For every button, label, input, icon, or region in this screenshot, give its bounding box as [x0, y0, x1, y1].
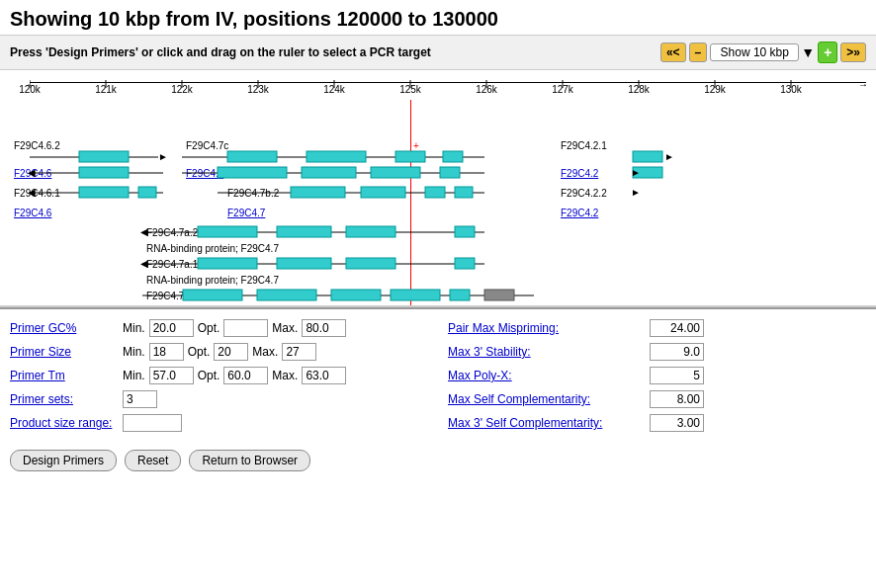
- svg-rect-44: [291, 187, 345, 198]
- svg-rect-47: [455, 187, 473, 198]
- product-size-link[interactable]: Product size range:: [10, 416, 119, 430]
- primer-size-opt-label: Opt.: [188, 345, 211, 359]
- primer-sets-link[interactable]: Primer sets:: [10, 392, 119, 406]
- primer-tm-min-input[interactable]: [149, 367, 194, 384]
- primer-tm-link[interactable]: Primer Tm: [10, 369, 119, 382]
- svg-rect-56: [198, 226, 257, 237]
- svg-rect-76: [484, 290, 514, 300]
- primer-gc-opt-label: Opt.: [198, 321, 220, 335]
- primer-tm-max-input[interactable]: [302, 367, 346, 384]
- max-self-comp-row: Max Self Complementarity:: [448, 390, 866, 408]
- primer-tm-min-label: Min.: [123, 369, 145, 382]
- toolbar-instruction: Press 'Design Primers' or click and drag…: [10, 45, 431, 59]
- svg-text:►: ►: [631, 167, 641, 178]
- primer-sets-input[interactable]: [123, 390, 157, 408]
- pair-max-mispriming-row: Pair Max Mispriming:: [448, 319, 866, 337]
- svg-rect-40: [79, 187, 129, 198]
- product-size-input[interactable]: [123, 414, 182, 432]
- svg-text:RNA-binding protein; F29C4.7: RNA-binding protein; F29C4.7: [146, 243, 279, 254]
- page-title: Showing 10 kbp from IV, positions 120000…: [0, 0, 876, 35]
- primer-gc-min-input[interactable]: [149, 319, 194, 337]
- primer-gc-row: Primer GC% Min. Opt. Max.: [10, 319, 428, 337]
- primer-gc-max-label: Max.: [272, 321, 298, 335]
- primer-size-max-input[interactable]: [282, 343, 316, 361]
- design-primers-button[interactable]: Design Primers: [10, 450, 117, 471]
- ruler: ← → 120k 121k 122k 123k 124k 125k 126k 1…: [0, 70, 876, 100]
- svg-rect-33: [440, 167, 460, 178]
- svg-rect-73: [331, 290, 381, 300]
- show-kbp-control: ▼: [710, 43, 815, 61]
- product-size-row: Product size range:: [10, 414, 428, 432]
- reset-button[interactable]: Reset: [125, 450, 181, 471]
- svg-rect-71: [183, 290, 242, 300]
- max-self-comp-input[interactable]: [650, 390, 704, 408]
- svg-rect-66: [346, 258, 395, 269]
- return-to-browser-button[interactable]: Return to Browser: [189, 450, 310, 471]
- show-kbp-input[interactable]: [710, 43, 799, 61]
- primer-size-min-label: Min.: [123, 345, 145, 359]
- pair-max-mispriming-input[interactable]: [650, 319, 704, 337]
- svg-rect-30: [218, 167, 287, 178]
- max-poly-x-link[interactable]: Max Poly-X:: [448, 369, 646, 382]
- max-3prime-self-comp-link[interactable]: Max 3' Self Complementarity:: [448, 416, 646, 430]
- svg-rect-15: [633, 151, 662, 162]
- svg-rect-72: [257, 290, 316, 300]
- genome-viewer[interactable]: ← → 120k 121k 122k 123k 124k 125k 126k 1…: [0, 70, 876, 307]
- primer-tm-opt-label: Opt.: [198, 369, 220, 382]
- primer-gc-opt-input[interactable]: [223, 319, 268, 337]
- svg-rect-22: [443, 151, 463, 162]
- primer-tm-max-label: Max.: [272, 369, 298, 382]
- svg-rect-32: [371, 167, 420, 178]
- svg-text:►: ►: [664, 151, 674, 162]
- svg-rect-26: [79, 167, 129, 178]
- pair-max-mispriming-link[interactable]: Pair Max Mispriming:: [448, 321, 646, 335]
- forward-right-button[interactable]: >»: [840, 42, 866, 62]
- svg-rect-74: [391, 290, 440, 300]
- form-area: Primer GC% Min. Opt. Max. Primer Size Mi…: [0, 307, 876, 444]
- svg-text:RNA-binding protein; F29C4.7: RNA-binding protein; F29C4.7: [146, 275, 279, 286]
- svg-text:F29C4.6: F29C4.6: [14, 208, 52, 218]
- max-self-comp-link[interactable]: Max Self Complementarity:: [448, 392, 646, 406]
- rewind-left-button[interactable]: «<: [660, 42, 686, 62]
- svg-rect-64: [198, 258, 257, 269]
- gene-track-svg: F29C4.6.2 ► F29C4.2.1 ► F29C4.7c + F29C4…: [0, 102, 876, 307]
- primer-gc-link[interactable]: Primer GC%: [10, 321, 119, 335]
- svg-rect-31: [302, 167, 356, 178]
- max-3prime-stability-input[interactable]: [650, 343, 704, 361]
- primer-tm-row: Primer Tm Min. Opt. Max.: [10, 367, 428, 384]
- svg-rect-75: [450, 290, 470, 300]
- svg-text:◀: ◀: [140, 258, 148, 269]
- svg-rect-21: [395, 151, 425, 162]
- svg-text:F29C4.7: F29C4.7: [227, 208, 266, 218]
- max-poly-x-input[interactable]: [650, 367, 704, 384]
- svg-text:◀: ◀: [28, 167, 36, 178]
- step-right-button[interactable]: +: [818, 42, 837, 63]
- primer-tm-opt-input[interactable]: [223, 367, 268, 384]
- svg-text:+: +: [413, 140, 419, 151]
- svg-rect-41: [138, 187, 156, 198]
- show-kbp-dropdown-icon[interactable]: ▼: [801, 44, 815, 60]
- svg-text:◀: ◀: [28, 187, 36, 198]
- svg-text:F29C4.7c: F29C4.7c: [186, 140, 228, 151]
- primer-gc-max-input[interactable]: [302, 319, 346, 337]
- svg-rect-12: [79, 151, 129, 162]
- primer-sets-row: Primer sets:: [10, 390, 428, 408]
- ruler-ticks: [30, 80, 866, 88]
- max-poly-x-row: Max Poly-X:: [448, 367, 866, 384]
- primer-size-opt-input[interactable]: [214, 343, 248, 361]
- primer-size-link[interactable]: Primer Size: [10, 345, 119, 359]
- max-3prime-stability-link[interactable]: Max 3' Stability:: [448, 345, 646, 359]
- step-left-button[interactable]: –: [689, 42, 708, 62]
- svg-rect-45: [361, 187, 405, 198]
- max-3prime-self-comp-input[interactable]: [650, 414, 704, 432]
- gene-f29c4-6-2-label: F29C4.6.2: [14, 140, 60, 151]
- primer-gc-min-label: Min.: [123, 321, 145, 335]
- primer-size-min-input[interactable]: [149, 343, 184, 361]
- nav-controls: «< – ▼ + >»: [660, 42, 866, 63]
- svg-rect-67: [455, 258, 475, 269]
- svg-rect-46: [425, 187, 445, 198]
- svg-text:F29C4.2: F29C4.2: [561, 168, 599, 179]
- svg-rect-59: [455, 226, 475, 237]
- svg-text:F29C4.2.1: F29C4.2.1: [561, 140, 607, 151]
- svg-text:◀: ◀: [140, 226, 148, 237]
